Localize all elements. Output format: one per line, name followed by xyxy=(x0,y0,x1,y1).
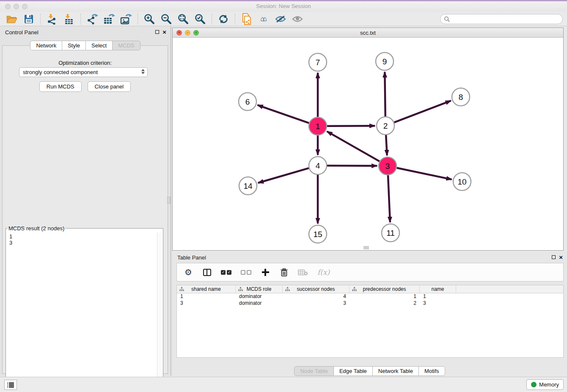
canvas-resize-handle[interactable] xyxy=(363,246,369,249)
optimization-criterion-select[interactable]: strongly connected component xyxy=(19,67,148,77)
graph-node-2[interactable]: 2 xyxy=(377,117,394,135)
tab-network[interactable]: Network xyxy=(30,41,62,50)
export-network-icon[interactable] xyxy=(84,13,101,25)
graph-node-15[interactable]: 15 xyxy=(309,225,327,243)
select-all-columns-icon[interactable]: ✓✓ xyxy=(221,270,231,275)
graph-node-10[interactable]: 10 xyxy=(453,173,471,190)
cell-shared-name[interactable]: 1 xyxy=(177,293,236,300)
refresh-icon[interactable] xyxy=(215,13,232,25)
zoom-out-icon[interactable] xyxy=(158,13,175,25)
cell-shared-name[interactable]: 3 xyxy=(177,300,236,307)
open-file-icon[interactable] xyxy=(3,13,20,25)
close-panel-button[interactable]: Close panel xyxy=(88,81,131,92)
graph-node-6[interactable]: 6 xyxy=(239,93,256,110)
control-panel-title: Control Panel xyxy=(5,29,39,36)
cell-predecessor-nodes[interactable]: 2 xyxy=(350,300,420,307)
graph-node-1[interactable]: 1 xyxy=(309,117,327,135)
hierarchy-icon xyxy=(285,287,290,291)
result-scrollbar[interactable] xyxy=(157,232,162,384)
graph-edge-4-14[interactable] xyxy=(258,168,309,183)
add-column-icon[interactable] xyxy=(261,269,270,276)
graph-edge-2-3[interactable] xyxy=(386,135,387,155)
network-window-titlebar[interactable]: ✕ − + scc.txt xyxy=(173,28,563,38)
tab-style[interactable]: Style xyxy=(62,41,86,50)
graph-edge-1-2[interactable] xyxy=(327,126,375,126)
column-header-mcds-role[interactable]: MCDS role xyxy=(236,285,283,293)
network-window-title: scc.txt xyxy=(173,30,563,36)
import-network-icon[interactable] xyxy=(44,13,61,25)
cell-name[interactable]: 3 xyxy=(420,300,456,307)
graph-node-8[interactable]: 8 xyxy=(452,88,470,106)
import-table-icon[interactable] xyxy=(61,13,77,25)
graph-edge-2-9[interactable] xyxy=(385,72,385,116)
toolbar-separator xyxy=(80,14,81,25)
graph-edge-2-8[interactable] xyxy=(394,101,451,122)
clone-network-icon[interactable] xyxy=(238,13,255,25)
cell-name[interactable]: 1 xyxy=(420,293,456,300)
run-mcds-button[interactable]: Run MCDS xyxy=(39,81,82,92)
tab-select[interactable]: Select xyxy=(85,41,113,50)
table-settings-icon[interactable]: ⚙ xyxy=(184,268,193,276)
export-image-icon[interactable] xyxy=(118,13,135,25)
table-header-row: shared name MCDS role successor nodes pr… xyxy=(177,285,563,293)
export-table-icon[interactable] xyxy=(101,13,118,25)
first-neighbors-icon[interactable]: ⌂⌂ xyxy=(255,13,272,25)
svg-text:10: 10 xyxy=(457,177,466,186)
float-table-panel-icon[interactable] xyxy=(552,255,556,259)
tab-motifs[interactable]: Motifs xyxy=(418,366,445,376)
zoom-in-icon[interactable] xyxy=(141,13,158,25)
show-all-icon[interactable] xyxy=(289,13,306,25)
svg-text:11: 11 xyxy=(386,229,395,237)
column-header-filler xyxy=(456,285,563,293)
graph-node-3[interactable]: 3 xyxy=(379,157,396,175)
zoom-selected-icon[interactable] xyxy=(192,13,209,25)
column-header-name[interactable]: name xyxy=(420,285,456,293)
float-panel-icon[interactable] xyxy=(155,30,159,34)
toolbar-separator xyxy=(138,14,138,25)
graph-node-14[interactable]: 14 xyxy=(239,177,257,195)
graph-edge-3-10[interactable] xyxy=(397,168,452,179)
search-icon xyxy=(444,16,450,22)
deselect-all-columns-icon[interactable] xyxy=(241,270,251,275)
cell-successor-nodes[interactable]: 3 xyxy=(283,300,350,307)
column-header-shared-name[interactable]: shared name xyxy=(177,285,236,293)
graph-node-9[interactable]: 9 xyxy=(376,52,394,70)
cell-predecessor-nodes[interactable]: 1 xyxy=(350,293,420,300)
close-table-panel-icon[interactable]: × xyxy=(559,254,563,260)
save-session-icon[interactable] xyxy=(20,13,37,25)
table-row[interactable]: 1 dominator 4 1 1 xyxy=(177,293,563,300)
graph-edge-4-3[interactable] xyxy=(327,166,377,166)
graph-node-4[interactable]: 4 xyxy=(309,157,327,174)
task-history-button[interactable] xyxy=(4,380,17,390)
network-graph[interactable]: 7968124314101511 xyxy=(173,38,563,250)
table-row[interactable]: 3 dominator 3 2 3 xyxy=(177,300,563,307)
svg-text:8: 8 xyxy=(459,93,463,102)
column-header-successor-nodes[interactable]: successor nodes xyxy=(283,285,350,293)
tab-network-table[interactable]: Network Table xyxy=(372,366,419,376)
split-columns-icon[interactable] xyxy=(202,269,212,276)
svg-text:3: 3 xyxy=(385,162,390,171)
column-header-predecessor-nodes[interactable]: predecessor nodes xyxy=(350,285,420,293)
graph-edge-3-11[interactable] xyxy=(388,175,390,222)
network-canvas[interactable]: 7968124314101511 xyxy=(173,38,563,250)
tab-edge-table[interactable]: Edge Table xyxy=(333,366,373,376)
search-field[interactable] xyxy=(440,14,563,24)
tab-node-table[interactable]: Node Table xyxy=(294,366,334,376)
graph-edge-1-6[interactable] xyxy=(258,105,309,123)
toolbar-separator xyxy=(40,14,41,25)
cell-mcds-role[interactable]: dominator xyxy=(236,300,283,307)
function-builder-icon: f(x) xyxy=(317,268,330,276)
cell-successor-nodes[interactable]: 4 xyxy=(283,293,350,300)
search-input[interactable] xyxy=(452,16,562,22)
close-panel-icon[interactable]: × xyxy=(162,29,166,35)
cell-mcds-role[interactable]: dominator xyxy=(236,293,283,300)
graph-edge-3-1[interactable] xyxy=(327,131,380,161)
splitter-handle[interactable] xyxy=(167,197,171,204)
graph-node-11[interactable]: 11 xyxy=(382,224,399,242)
hide-selected-icon[interactable] xyxy=(272,13,289,25)
zoom-fit-icon[interactable] xyxy=(175,13,192,25)
memory-button[interactable]: Memory xyxy=(526,379,564,390)
tab-mcds[interactable]: MCDS xyxy=(112,41,140,50)
delete-column-icon[interactable] xyxy=(279,268,289,276)
graph-node-7[interactable]: 7 xyxy=(309,53,327,71)
